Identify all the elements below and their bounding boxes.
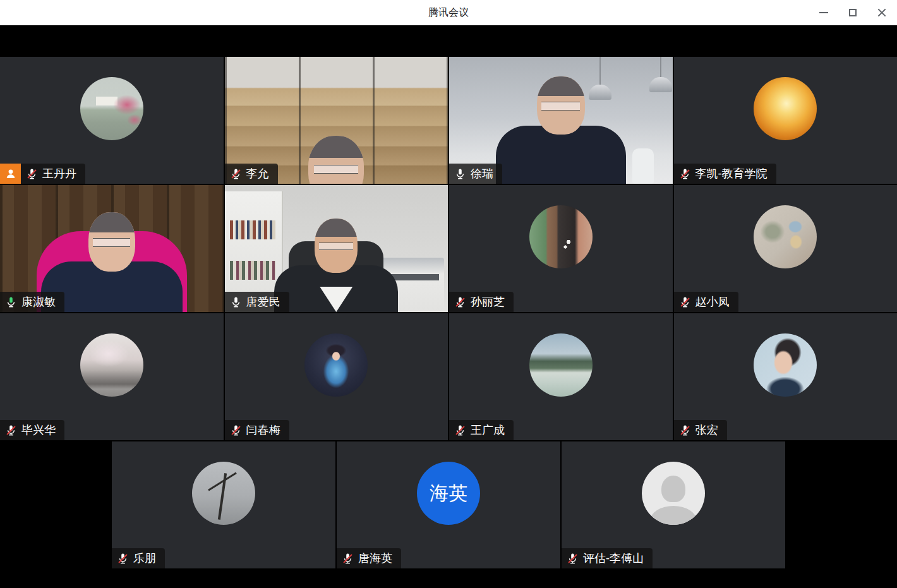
person-badge	[0, 164, 21, 184]
mic-muted-icon	[679, 168, 691, 180]
tile-bixinghua[interactable]: 毕兴华	[0, 313, 224, 440]
participant-name-label: 王丹丹	[21, 164, 85, 184]
avatar-river-photo	[529, 333, 593, 397]
avatar-initials: 海英	[417, 462, 480, 525]
tile-zhaoxiaofeng[interactable]: 赵小凤	[674, 185, 897, 312]
participant-name: 张宏	[695, 423, 718, 438]
tile-lepeng[interactable]: 乐朋	[112, 441, 335, 568]
mic-muted-icon	[454, 296, 466, 308]
grid-row-3: 毕兴华 闫春梅 王广成 张宏	[0, 313, 897, 440]
meeting-toolbar-strip	[0, 25, 897, 57]
participant-name-label: 李凯-教育学院	[674, 164, 776, 184]
mic-on-icon	[230, 296, 242, 308]
office-chair	[632, 148, 654, 184]
mic-muted-icon	[679, 424, 691, 436]
participant-name: 乐朋	[133, 551, 156, 566]
tile-likai[interactable]: 李凯-教育学院	[674, 57, 897, 184]
participant-name-label: 徐瑞	[449, 164, 502, 184]
participant-name: 王广成	[471, 423, 505, 438]
mic-muted-icon	[5, 424, 17, 436]
participant-name: 毕兴华	[21, 423, 56, 438]
avatar-painting-photo	[754, 205, 817, 268]
participant-face	[88, 212, 135, 272]
participant-face	[537, 76, 585, 135]
participant-name: 李允	[246, 166, 269, 181]
close-button[interactable]	[872, 3, 892, 23]
avatar-silhouette	[642, 462, 705, 525]
mic-muted-icon	[342, 553, 354, 565]
participant-name: 康淑敏	[21, 294, 56, 309]
participant-name: 赵小凤	[695, 294, 730, 309]
mic-muted-icon	[567, 553, 579, 565]
person-icon	[4, 167, 17, 180]
participant-name: 李凯-教育学院	[695, 166, 768, 181]
participant-name: 唐爱民	[246, 294, 280, 309]
minimize-icon	[819, 12, 828, 13]
tile-pinggu-lifushan[interactable]: 评估-李傅山	[562, 441, 785, 568]
pendant-lamp	[599, 57, 601, 85]
mic-muted-icon	[230, 424, 242, 436]
participant-name-label: 赵小凤	[674, 292, 738, 312]
mic-muted-icon	[117, 553, 129, 565]
avatar-autumn-photo	[754, 77, 817, 140]
participant-name-label: 张宏	[674, 420, 727, 440]
tile-wangdandan[interactable]: 王丹丹	[0, 57, 224, 184]
minimize-button[interactable]	[814, 3, 834, 23]
grid-row-4: 乐朋 海英 唐海英 评估-李傅山	[0, 441, 897, 568]
mic-muted-icon	[679, 296, 691, 308]
tile-sunlizhi[interactable]: 孙丽芝	[449, 185, 673, 312]
participant-name-label: 评估-李傅山	[562, 548, 653, 568]
grid-row-2: 康淑敏 唐爱民 孙丽芝	[0, 185, 897, 312]
avatar-blossom-photo	[80, 333, 143, 397]
participant-name: 闫春梅	[246, 423, 280, 438]
participant-name-label: 毕兴华	[0, 420, 64, 440]
participant-face	[315, 219, 358, 273]
avatar-door-photo	[529, 205, 593, 268]
mic-muted-icon	[454, 424, 466, 436]
participant-name: 唐海英	[358, 551, 392, 566]
bottom-strip	[0, 568, 897, 588]
avatar-branch-photo	[192, 462, 255, 525]
tile-tangaimin[interactable]: 唐爱民	[225, 185, 449, 312]
tile-liyun[interactable]: 李允	[225, 57, 449, 184]
participant-grid: 王丹丹 李允 徐瑞	[0, 57, 897, 568]
window-titlebar: 腾讯会议	[0, 0, 897, 25]
tile-xurui[interactable]: 徐瑞	[449, 57, 673, 184]
participant-name: 评估-李傅山	[583, 551, 644, 566]
participant-name: 王丹丹	[42, 166, 76, 181]
window-title: 腾讯会议	[428, 6, 469, 20]
pendant-lamp	[660, 57, 661, 77]
tile-kangshumin[interactable]: 康淑敏	[0, 185, 224, 312]
grid-row-1: 王丹丹 李允 徐瑞	[0, 57, 897, 184]
tile-zhanghong[interactable]: 张宏	[674, 313, 897, 440]
avatar-portrait-photo	[754, 333, 817, 397]
maximize-button[interactable]	[843, 3, 863, 23]
avatar-lake-photo	[80, 77, 143, 140]
tile-yanchunmei[interactable]: 闫春梅	[225, 313, 449, 440]
participant-name-label: 闫春梅	[225, 420, 289, 440]
participant-name-label: 王广成	[449, 420, 514, 440]
mic-on-icon	[454, 168, 466, 180]
participant-face	[308, 136, 364, 184]
participant-name-label: 唐海英	[337, 548, 401, 568]
participant-name-label: 李允	[225, 164, 278, 184]
participant-name: 孙丽芝	[471, 294, 505, 309]
participant-name-label: 唐爱民	[225, 292, 289, 312]
participant-name-label: 乐朋	[112, 548, 165, 568]
mic-speaking-icon	[5, 296, 17, 308]
window-controls	[814, 0, 892, 25]
close-icon	[877, 8, 886, 17]
mic-muted-icon	[26, 168, 38, 180]
tile-wangguangcheng[interactable]: 王广成	[449, 313, 673, 440]
participant-name-label: 康淑敏	[0, 292, 64, 312]
participant-name: 徐瑞	[471, 166, 493, 181]
tile-tanghaiying[interactable]: 海英 唐海英	[337, 441, 560, 568]
avatar-doll-photo	[304, 333, 368, 397]
participant-name-label: 孙丽芝	[449, 292, 514, 312]
maximize-icon	[849, 9, 857, 16]
mic-muted-icon	[230, 168, 242, 180]
